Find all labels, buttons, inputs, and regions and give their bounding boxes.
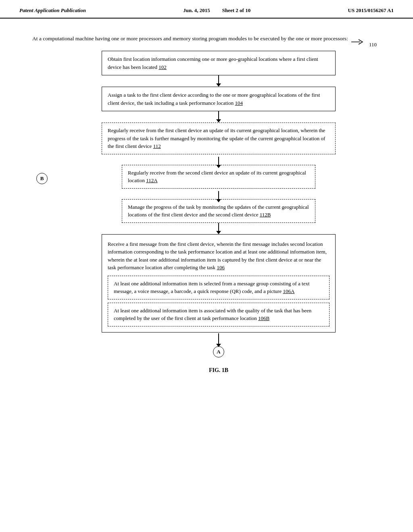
box-112b: Manage the progress of the task by monit…	[122, 199, 315, 223]
ref-102: 102	[159, 64, 167, 70]
arrow-112-112a	[56, 157, 381, 165]
header-sheet: Sheet 2 of 10	[222, 7, 250, 14]
arrow-112-106	[56, 223, 381, 234]
box-102: Obtain first location information concer…	[102, 51, 336, 75]
arrow-104-112	[56, 111, 381, 123]
intro-text: At a computational machine having one or…	[32, 35, 357, 43]
arrow-110-icon	[351, 39, 367, 51]
ref-106: 106	[217, 264, 225, 270]
box-112a: Regularly receive from the second client…	[122, 165, 315, 189]
ref-112a: 112A	[146, 177, 157, 183]
box-106a: At least one additional information item…	[108, 276, 330, 299]
diagram-area: Obtain first location information concer…	[56, 51, 381, 374]
b-label-container: B	[36, 173, 48, 184]
header-center: Jun. 4, 2015 Sheet 2 of 10	[183, 7, 250, 14]
ref-106a: 106A	[283, 288, 294, 294]
box-104: Assign a task to the first client device…	[102, 87, 336, 111]
header-date: Jun. 4, 2015	[183, 7, 210, 14]
arrow-102-104	[56, 75, 381, 87]
outer-solid-106: Receive a first message from the first c…	[102, 234, 336, 332]
ref-112b: 112B	[260, 212, 271, 218]
intro-section: At a computational machine having one or…	[32, 35, 381, 43]
ref-110: 110	[369, 42, 377, 48]
header-patent: US 2015/0156267 A1	[348, 7, 394, 14]
ref-104: 104	[235, 100, 243, 106]
b-circle-label: B	[36, 173, 48, 184]
publication-label: Patent Application Publication	[19, 7, 86, 14]
a-circle-label: A	[213, 346, 224, 357]
ref-106b: 106B	[258, 315, 269, 321]
outer-dashed-region-112: B Regularly receive from the first clien…	[56, 123, 381, 223]
ref-112: 112	[153, 143, 161, 149]
page-header: Patent Application Publication Jun. 4, 2…	[0, 0, 413, 19]
fig-caption: FIG. 1B	[56, 367, 381, 374]
box-106: Receive a first message from the first c…	[108, 240, 330, 272]
box-106b: At least one additional information item…	[108, 303, 330, 326]
bottom-arrow-section: A	[56, 333, 381, 357]
ref-110-container: 110	[351, 39, 377, 51]
arrow-112a-112b	[56, 191, 381, 199]
box-112: Regularly receive from the first client …	[102, 123, 336, 154]
main-content: At a computational machine having one or…	[0, 19, 413, 390]
